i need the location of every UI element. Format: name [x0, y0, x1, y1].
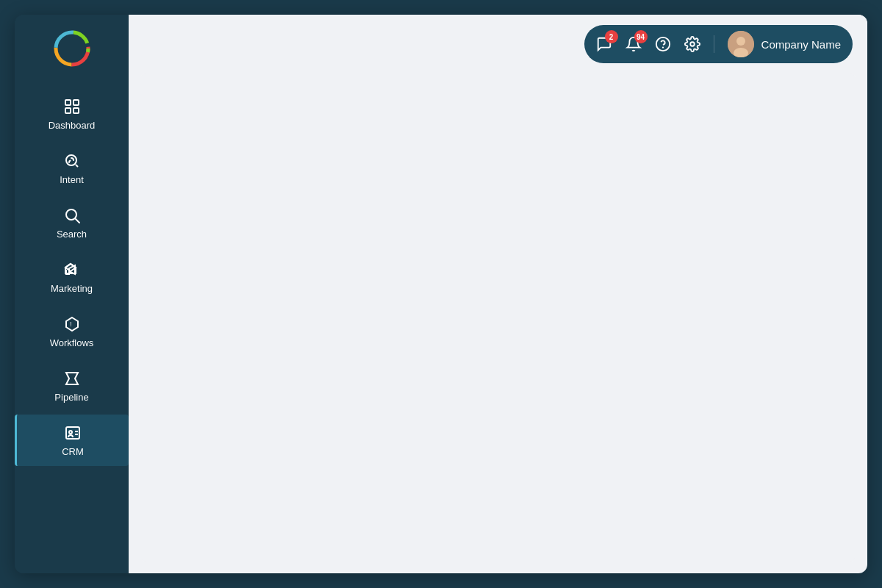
crm-icon: [63, 423, 82, 442]
company-name: Company Name: [761, 38, 841, 51]
sidebar-item-intent[interactable]: Intent: [15, 143, 129, 194]
topbar-actions: 2 94: [584, 25, 853, 63]
sidebar: Dashboard Intent: [15, 15, 129, 573]
svg-rect-4: [65, 100, 71, 105]
sidebar-item-label-intent: Intent: [60, 174, 84, 185]
avatar: [728, 31, 754, 57]
app-logo[interactable]: [53, 29, 91, 68]
sidebar-item-label-marketing: Marketing: [51, 283, 93, 294]
sidebar-item-pipeline[interactable]: Pipeline: [15, 360, 129, 412]
svg-rect-7: [74, 108, 79, 113]
topbar-divider: [714, 35, 714, 53]
svg-point-20: [690, 42, 695, 46]
sidebar-nav: Dashboard Intent: [15, 88, 129, 466]
messages-badge: 2: [605, 30, 618, 43]
svg-point-15: [69, 431, 72, 434]
sidebar-item-workflows[interactable]: ! Workflows: [15, 306, 129, 357]
notifications-button[interactable]: 94: [625, 36, 642, 52]
sidebar-item-crm[interactable]: CRM: [15, 415, 129, 466]
dashboard-icon: [62, 97, 82, 116]
notifications-badge: 94: [634, 30, 648, 43]
svg-line-10: [76, 219, 79, 223]
svg-point-8: [66, 155, 76, 165]
svg-point-22: [736, 37, 745, 46]
svg-rect-6: [65, 108, 71, 113]
sidebar-item-marketing[interactable]: Marketing: [15, 251, 129, 303]
sidebar-item-label-workflows: Workflows: [50, 337, 94, 348]
help-button[interactable]: [655, 36, 671, 52]
svg-point-9: [66, 209, 76, 220]
app-container: Dashboard Intent: [15, 15, 867, 573]
topbar: 2 94: [129, 15, 867, 74]
main-content: 2 94: [129, 15, 867, 573]
sidebar-item-label-pipeline: Pipeline: [54, 392, 88, 403]
sidebar-item-dashboard[interactable]: Dashboard: [15, 88, 129, 140]
svg-marker-13: [66, 373, 78, 384]
pipeline-icon: [62, 369, 82, 388]
sidebar-item-label-crm: CRM: [62, 446, 84, 457]
sidebar-item-search[interactable]: Search: [15, 197, 129, 248]
svg-rect-5: [74, 100, 79, 105]
intent-icon: [62, 151, 82, 171]
marketing-icon: [62, 260, 82, 279]
svg-text:!: !: [70, 320, 72, 328]
messages-button[interactable]: 2: [596, 36, 612, 52]
search-nav-icon: [62, 206, 82, 225]
sidebar-item-label-dashboard: Dashboard: [49, 120, 96, 131]
workflows-icon: !: [62, 315, 82, 334]
company-selector[interactable]: Company Name: [728, 31, 841, 57]
page-body: [140, 74, 856, 562]
settings-button[interactable]: [684, 36, 700, 52]
sidebar-item-label-search: Search: [57, 229, 87, 240]
